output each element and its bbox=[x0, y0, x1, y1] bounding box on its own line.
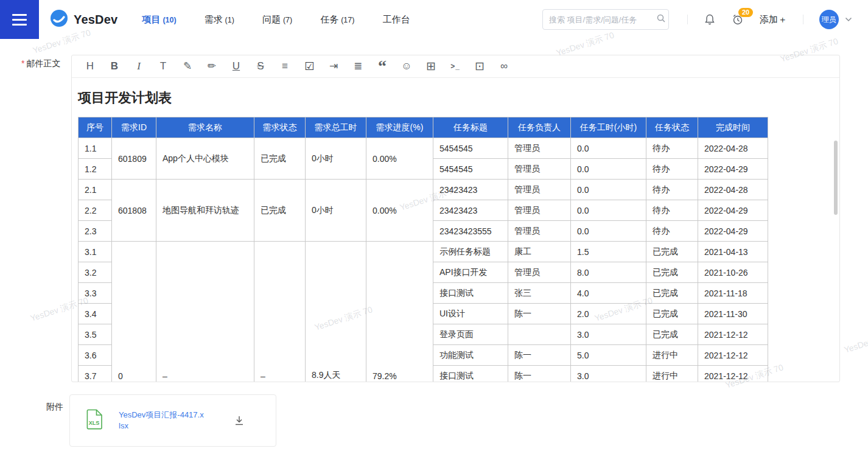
cell-task-title: 23423423 bbox=[433, 180, 508, 200]
table-row: 1.1601809App个人中心模块已完成0小时0.00%5454545管理员0… bbox=[79, 138, 768, 159]
nav-item-0[interactable]: 项目(10) bbox=[142, 14, 176, 26]
cell-req-name: 地图导航和拜访轨迹 bbox=[156, 180, 254, 242]
column-header: 任务状态 bbox=[646, 117, 698, 138]
cell-req-progress: 79.2% bbox=[366, 242, 433, 382]
cell-seq: 3.5 bbox=[79, 324, 112, 345]
terminal-icon[interactable]: >_ bbox=[443, 55, 467, 77]
cell-seq: 2.2 bbox=[79, 200, 112, 221]
cell-seq: 2.1 bbox=[79, 180, 112, 200]
hamburger-menu-button[interactable] bbox=[0, 0, 39, 39]
cell-seq: 2.3 bbox=[79, 221, 112, 242]
cell-task-hours: 2.0 bbox=[571, 304, 646, 324]
nav-item-4[interactable]: 工作台 bbox=[382, 14, 410, 26]
cell-req-id: 0 bbox=[112, 242, 156, 382]
search-box[interactable] bbox=[542, 9, 669, 30]
top-navbar: YesDev 项目(10)需求(1)问题(7)任务(17)工作台 20 添加 bbox=[0, 0, 868, 39]
cell-task-owner: 陈一 bbox=[508, 345, 571, 366]
strikethrough-icon[interactable]: S bbox=[248, 55, 273, 77]
divider bbox=[803, 15, 803, 24]
editor-scrollbar[interactable] bbox=[834, 141, 838, 215]
add-button[interactable]: 添加＋ bbox=[760, 14, 787, 26]
cell-req-hours: 8.9人天 bbox=[306, 242, 366, 382]
cell-done-date: 2022-04-28 bbox=[698, 180, 768, 200]
highlighter-icon[interactable]: ✏ bbox=[200, 55, 224, 77]
nav-items: 项目(10)需求(1)问题(7)任务(17)工作台 bbox=[142, 14, 410, 26]
cell-task-hours: 0.0 bbox=[571, 159, 646, 180]
cell-task-hours: 5.0 bbox=[571, 345, 646, 366]
editor-content[interactable]: 项目开发计划表 序号需求ID需求名称需求状态需求总工时需求进度(%)任务标题任务… bbox=[72, 78, 839, 382]
search-input[interactable] bbox=[549, 15, 656, 24]
cell-task-hours: 0.0 bbox=[571, 221, 646, 242]
cell-seq: 1.1 bbox=[79, 138, 112, 159]
nav-item-3[interactable]: 任务(17) bbox=[320, 14, 354, 26]
cell-task-owner: 张三 bbox=[508, 283, 571, 304]
cell-req-status: 已完成 bbox=[254, 180, 306, 242]
cell-task-status: 已完成 bbox=[646, 283, 698, 304]
indent-icon[interactable]: ⇥ bbox=[321, 55, 346, 77]
alarm-icon[interactable]: 20 bbox=[732, 13, 744, 26]
cell-req-status: 已完成 bbox=[254, 138, 306, 180]
avatar[interactable]: 理员 bbox=[819, 10, 839, 29]
search-icon[interactable] bbox=[656, 13, 666, 26]
underline-icon[interactable]: U bbox=[224, 55, 248, 77]
download-icon[interactable] bbox=[233, 414, 245, 427]
font-size-icon[interactable]: T bbox=[151, 55, 175, 77]
checkbox-icon[interactable]: ☑ bbox=[297, 55, 321, 77]
table-row: 2.1601808地图导航和拜访轨迹已完成0小时0.00%23423423管理员… bbox=[79, 180, 768, 200]
pen-icon[interactable]: ✎ bbox=[175, 55, 200, 77]
cell-req-id: 601808 bbox=[112, 180, 156, 242]
cell-task-status: 待办 bbox=[646, 221, 698, 242]
bullet-list-icon[interactable]: ≡ bbox=[273, 55, 297, 77]
cell-task-title: 示例任务标题 bbox=[433, 242, 508, 262]
cell-seq: 3.1 bbox=[79, 242, 112, 262]
image-icon[interactable]: ⊡ bbox=[467, 55, 492, 77]
field-label-text: 邮件正文 bbox=[26, 58, 60, 68]
nav-item-count: (1) bbox=[225, 16, 234, 24]
column-header: 序号 bbox=[79, 117, 112, 138]
cell-req-hours: 0小时 bbox=[306, 180, 366, 242]
chevron-down-icon[interactable] bbox=[845, 17, 852, 22]
cell-task-title: 23423423 bbox=[433, 200, 508, 221]
cell-req-id: 601809 bbox=[112, 138, 156, 180]
link-icon[interactable]: ∞ bbox=[492, 55, 516, 77]
table-row: 3.10––8.9人天79.2%示例任务标题康工1.5已完成2021-04-13 bbox=[79, 242, 768, 262]
nav-item-label: 问题 bbox=[262, 14, 281, 26]
watermark: YesDev 演示 70 bbox=[843, 327, 868, 356]
cell-seq: 3.3 bbox=[79, 283, 112, 304]
align-left-icon[interactable]: ≣ bbox=[346, 55, 370, 77]
bold-icon[interactable]: B bbox=[102, 55, 127, 77]
cell-task-status: 已完成 bbox=[646, 324, 698, 345]
cell-done-date: 2021-11-30 bbox=[698, 304, 768, 324]
cell-task-hours: 8.0 bbox=[571, 262, 646, 283]
table-header-row: 序号需求ID需求名称需求状态需求总工时需求进度(%)任务标题任务负责人任务工时(… bbox=[79, 117, 768, 138]
italic-icon[interactable]: I bbox=[127, 55, 151, 77]
cell-task-title: 5454545 bbox=[433, 159, 508, 180]
attachment-card: XLS YesDev项目汇报-4417.xlsx bbox=[69, 394, 276, 447]
cell-task-title: 登录页面 bbox=[433, 324, 508, 345]
heading-icon[interactable]: H bbox=[78, 55, 102, 77]
cell-seq: 3.4 bbox=[79, 304, 112, 324]
column-header: 完成时间 bbox=[698, 117, 768, 138]
attachment-file-link[interactable]: YesDev项目汇报-4417.xlsx bbox=[119, 410, 204, 431]
column-header: 任务工时(小时) bbox=[571, 117, 646, 138]
cell-req-status: – bbox=[254, 242, 306, 382]
nav-item-count: (7) bbox=[283, 16, 292, 24]
cell-task-hours: 0.0 bbox=[571, 138, 646, 159]
cell-task-hours: 4.0 bbox=[571, 283, 646, 304]
nav-item-2[interactable]: 问题(7) bbox=[262, 14, 292, 26]
quote-icon[interactable]: “ bbox=[370, 53, 394, 80]
logo[interactable]: YesDev bbox=[50, 9, 117, 30]
navbar-right: 20 添加＋ 理员 bbox=[687, 10, 852, 29]
cell-task-owner: 管理员 bbox=[508, 180, 571, 200]
table-icon[interactable]: ⊞ bbox=[419, 55, 443, 77]
column-header: 任务标题 bbox=[433, 117, 508, 138]
emoji-icon[interactable]: ☺ bbox=[394, 55, 419, 77]
nav-item-count: (10) bbox=[163, 16, 176, 24]
cell-task-owner: 康工 bbox=[508, 242, 571, 262]
nav-item-1[interactable]: 需求(1) bbox=[205, 14, 234, 26]
document-title: 项目开发计划表 bbox=[78, 89, 835, 107]
cell-task-status: 进行中 bbox=[646, 345, 698, 366]
cell-task-status: 待办 bbox=[646, 180, 698, 200]
cell-task-title: 功能测试 bbox=[433, 345, 508, 366]
bell-icon[interactable] bbox=[704, 13, 716, 26]
